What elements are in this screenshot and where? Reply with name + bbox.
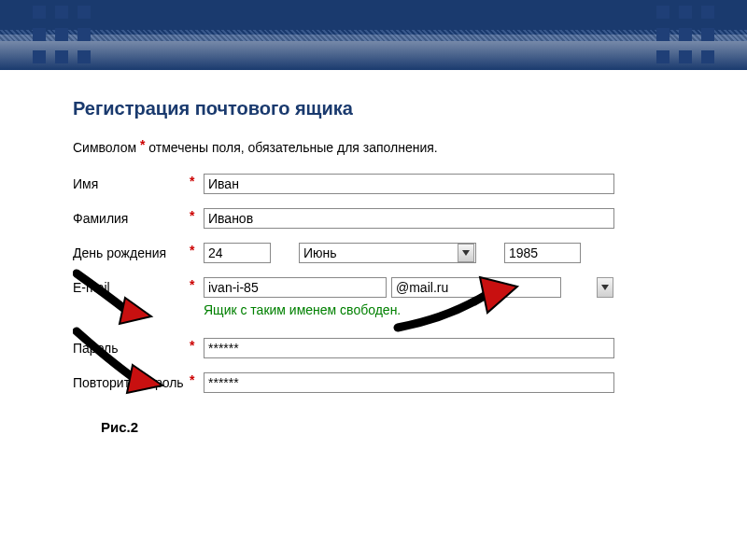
required-mark: * [190,174,204,189]
chevron-down-icon [458,244,474,262]
svg-marker-1 [601,285,609,290]
login-available-status: Ящик с таким именем свободен. [204,302,674,317]
email-domain-value: @mail.ru [396,280,557,295]
first-name-label: Имя [73,176,190,191]
birthday-year-input[interactable] [504,243,581,263]
page-title: Регистрация почтового ящика [73,98,674,119]
header-squares-right [656,6,714,63]
required-mark: * [190,243,204,258]
required-mark: * [190,277,204,292]
email-domain-dropdown-button[interactable] [597,277,613,298]
required-mark: * [190,208,204,223]
svg-marker-0 [462,250,470,256]
first-name-input[interactable] [204,174,614,194]
figure-caption: Рис.2 [101,419,674,435]
email-label: E-mail [73,280,190,295]
password-repeat-input[interactable] [204,372,614,393]
registration-form: Имя * Фамилия * День рождения * Июнь [73,174,674,393]
instruction-text: Символом * отмечены поля, обязательные д… [73,140,674,155]
birthday-label: День рождения [73,245,190,260]
birthday-month-value: Июнь [303,245,458,260]
password-label: Пароль [73,341,190,356]
last-name-label: Фамилия [73,211,190,226]
required-mark-icon: * [140,137,145,152]
header-decoration [0,0,747,70]
last-name-input[interactable] [204,208,614,229]
password-repeat-label: Повторите пароль [73,375,190,390]
email-domain-select[interactable]: @mail.ru [391,277,561,298]
required-mark: * [190,372,204,387]
header-squares-left [33,6,91,63]
instruction-post: отмечены поля, обязательные для заполнен… [145,140,437,155]
birthday-month-select[interactable]: Июнь [299,243,476,263]
birthday-day-input[interactable] [204,243,271,263]
email-login-input[interactable] [204,277,387,298]
required-mark: * [190,338,204,353]
instruction-pre: Символом [73,140,140,155]
password-input[interactable] [204,338,614,358]
